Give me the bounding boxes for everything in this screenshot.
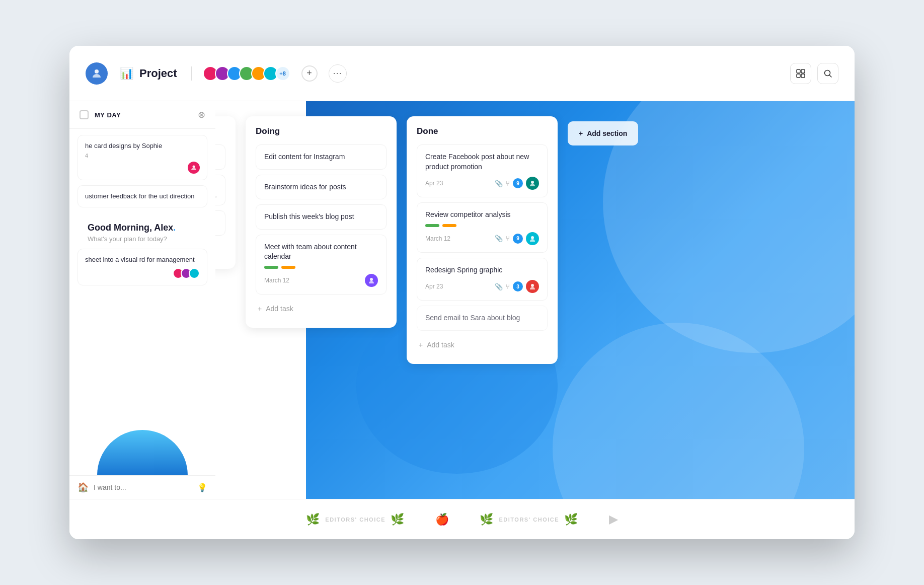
table-row[interactable]: Brainstorm ideas for posts [256,175,387,200]
svg-point-11 [193,166,195,168]
user-avatar [86,62,108,85]
card-avatar [526,232,539,245]
bottom-bar: 🌿 EDITORS' CHOICE 🌿 🍎 🌿 EDITORS' CHOICE … [69,499,855,539]
greeting-dot: . [173,223,176,233]
meta-badge: 3 [513,281,523,291]
table-row[interactable]: Send email to Sara about blog [417,306,548,331]
svg-line-6 [830,75,832,77]
add-icon: + [258,305,262,313]
card-avatar [526,280,539,293]
svg-point-7 [370,278,373,281]
more-options-button[interactable]: ··· [329,64,347,83]
home-semicircle-area [69,422,215,475]
svg-rect-4 [801,74,805,78]
tag-green [264,266,278,269]
svg-point-10 [531,284,534,287]
avatar-3 [189,268,200,279]
branch-icon: ⑂ [506,235,510,242]
editors-choice-text-1: EDITORS' CHOICE [325,517,386,523]
editors-choice-2: 🌿 EDITORS' CHOICE 🌿 [480,513,579,526]
layout-button[interactable] [790,63,811,84]
home-semicircle [97,430,188,475]
table-row[interactable]: Create Facebook post about new product p… [417,144,548,197]
task-title: Brainstorm ideas for posts [264,182,378,192]
home-input-row: 🏠 💡 [69,475,215,499]
task-title: Meet with team about content calendar [264,242,378,262]
card-date: Apr 23 [425,180,443,187]
svg-point-0 [95,69,99,74]
task-title: Create Facebook post about new product p… [425,152,539,172]
my-day-panel: MY DAY ⊗ he card designs by Sophie 4 [69,101,215,499]
tag-row [425,224,539,227]
svg-rect-3 [797,74,800,78]
team-avatar-count: +8 [275,66,290,81]
project-title-area: 📊 Project +8 + ··· [120,64,347,83]
my-day-title: MY DAY [95,111,121,119]
svg-point-8 [531,181,534,184]
task-title: Edit content for Instagram [264,152,378,162]
apple-icon: 🍎 [435,513,450,526]
attachment-icon: 📎 [495,180,503,187]
add-task-button[interactable]: + Add task [417,336,548,354]
search-input[interactable] [94,483,192,491]
list-item[interactable]: he card designs by Sophie 4 [78,135,207,180]
meta-badge: 9 [513,234,523,244]
task-title: Publish this week's blog post [264,212,378,222]
greeting-area: Good Morning, Alex. What's your plan for… [78,212,207,249]
laurel-right-1: 🌿 [391,513,405,526]
done-column-header: Done [417,126,548,136]
list-item[interactable]: ustomer feedback for the uct direction [78,185,207,207]
table-row[interactable]: Redesign Spring graphic Apr 23 📎 ⑂ 3 [417,258,548,301]
title-divider [191,66,192,81]
card-date: March 12 [425,235,450,242]
my-day-tasks: he card designs by Sophie 4 ustomer feed [69,129,215,422]
done-column: Done Create Facebook post about new prod… [407,116,558,364]
greeting-subtitle: What's your plan for today? [88,235,197,243]
laurel-left-2: 🌿 [480,513,494,526]
top-right-icons [790,63,838,84]
chart-icon: 📊 [120,67,133,80]
idea-icon: 💡 [197,483,207,492]
task-title: he card designs by Sophie [85,141,200,151]
table-row[interactable]: Publish this week's blog post [256,204,387,230]
list-item[interactable]: sheet into a visual rd for management [78,249,207,285]
add-member-button[interactable]: + [301,65,318,82]
search-button[interactable] [817,63,838,84]
tag-row [264,266,378,269]
table-row[interactable]: Edit content for Instagram [256,144,387,170]
my-day-header: MY DAY ⊗ [69,101,215,129]
my-day-close-button[interactable]: ⊗ [198,109,205,120]
add-task-label: Add task [427,341,454,349]
add-section-button[interactable]: + Add section [568,121,638,145]
meta-badge: 9 [513,178,523,188]
add-section-label: Add section [587,129,627,137]
doing-column: Doing Edit content for Instagram Brainst… [246,116,397,328]
play-icon: ▶ [609,513,619,526]
add-task-label: Add task [266,305,293,313]
card-meta: 📎 ⑂ 3 [495,280,539,293]
home-icon[interactable]: 🏠 [78,482,89,493]
task-title: Review competitor analysis [425,210,539,220]
card-footer: March 12 [264,274,378,287]
tag-orange [281,266,295,269]
doing-column-header: Doing [256,126,387,136]
laurel-left-1: 🌿 [306,513,321,526]
svg-point-5 [825,70,830,76]
tag-green [425,224,439,227]
add-task-button[interactable]: + Add task [256,300,387,318]
my-day-checkbox[interactable] [80,110,89,119]
svg-point-9 [531,236,534,239]
card-date: March 12 [264,277,289,284]
editors-choice-text-2: EDITORS' CHOICE [499,517,560,523]
table-row[interactable]: Review competitor analysis March 12 📎 ⑂ … [417,202,548,253]
branch-icon: ⑂ [506,283,510,290]
top-bar: 📊 Project +8 + ··· [69,46,855,101]
card-meta: 📎 ⑂ 9 [495,232,539,245]
table-row[interactable]: Meet with team about content calendar Ma… [256,235,387,295]
svg-rect-2 [801,69,805,73]
task-title: sheet into a visual rd for management [85,255,200,264]
task-title: ustomer feedback for the uct direction [85,192,200,201]
add-section-icon: + [579,129,583,137]
team-avatars: +8 [206,66,290,81]
task-title: Redesign Spring graphic [425,265,539,275]
